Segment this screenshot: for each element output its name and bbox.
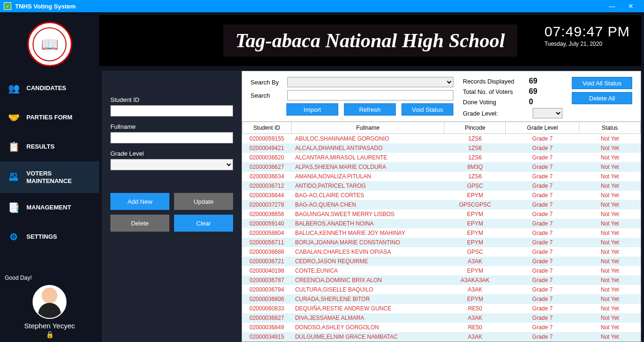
nav-management[interactable]: 📑 MANAGEMENT — [0, 193, 99, 222]
column-header[interactable]: Pincode — [444, 122, 506, 134]
table-cell: 02000036644 — [243, 191, 292, 200]
table-cell: CULTURA,GISELLE BAQUILO — [291, 285, 444, 294]
table-cell: BALUCA,KENNETH MARIE JOY MAHINAY — [291, 228, 444, 238]
clear-button[interactable]: Clear — [174, 215, 233, 232]
search-label: Search — [251, 92, 284, 99]
table-cell: A3AK — [444, 285, 506, 294]
add-new-button[interactable]: Add New — [110, 193, 169, 210]
fullname-input[interactable] — [110, 132, 233, 143]
table-row[interactable]: 02000036627ALPAS,SHEENA MARIE COLDURA8M3… — [243, 162, 641, 172]
table-cell: Not Yet — [579, 266, 641, 275]
student-id-input[interactable] — [110, 105, 233, 117]
table-cell: Not Yet — [579, 219, 641, 228]
table-cell: CEDRO,JASON REQUIRME — [291, 257, 444, 266]
table-cell: 02000059155 — [243, 134, 292, 144]
greeting: Good Day! — [5, 275, 94, 281]
table-cell: A3AKA3AK — [444, 275, 506, 285]
table-row[interactable]: 02000036656BAGUINGAN,SWEET MERRY LISBOSE… — [243, 209, 641, 219]
table-cell: 02000036627 — [243, 162, 292, 172]
close-button[interactable]: ✕ — [621, 2, 640, 10]
table-cell: ALPAS,SHEENA MARIE COLDURA — [291, 162, 444, 172]
table-row[interactable]: 02000036721CEDRO,JASON REQUIRMEA3AKGrade… — [243, 257, 641, 266]
table-cell: Not Yet — [579, 332, 641, 342]
nav-parties-form[interactable]: 🤝 PARTIES FORM — [0, 103, 99, 132]
table-cell: 02000036634 — [243, 172, 292, 181]
lock-icon[interactable]: 🔒 — [5, 331, 94, 338]
table-cell: EPYM — [444, 238, 506, 247]
table-cell: ANTIDO,PATRICEL TAROG — [291, 181, 444, 191]
table-row[interactable]: 02000040198CONTE,EUNICAEPYMGrade 7Not Ye… — [243, 266, 641, 275]
table-cell: EPYM — [444, 266, 506, 275]
column-header[interactable]: Status — [579, 122, 641, 134]
table-wrap[interactable]: Student IDFullnamePincodeGrade LevelStat… — [242, 121, 641, 342]
column-header[interactable]: Fullname — [291, 122, 444, 134]
search-input[interactable] — [287, 90, 453, 100]
table-row[interactable]: 02000036849DONOSO,ASHLEY GORGOLONRE50Gra… — [243, 323, 641, 332]
total-voters-label: Total No. of Voters — [463, 88, 529, 95]
table-cell: Not Yet — [579, 257, 641, 266]
table-row[interactable]: 02000056711BORJA,JOANNA MARIE CONSTANTIN… — [243, 238, 641, 247]
refresh-button[interactable]: Refresh — [344, 103, 396, 116]
table-row[interactable]: 02000036688CABALAN,CHARLES KEVIN OPIASAG… — [243, 247, 641, 257]
table-cell: Grade 7 — [506, 266, 579, 275]
nav-settings[interactable]: ⚙ SETTINGS — [0, 222, 99, 251]
table-cell: Not Yet — [579, 209, 641, 219]
void-all-status-button[interactable]: Void All Status — [572, 77, 632, 89]
titlebar: ✓ TNHS Voting System — ✕ — [0, 0, 644, 12]
grade-level-filter-select[interactable] — [533, 108, 562, 118]
void-status-button[interactable]: Void Status — [401, 103, 453, 116]
table-cell: Not Yet — [579, 134, 641, 144]
table-row[interactable]: 02000036712ANTIDO,PATRICEL TAROGGPSCGrad… — [243, 181, 641, 191]
delete-all-button[interactable]: Delete All — [572, 92, 632, 104]
table-row[interactable]: 02000059155ABULOC,SHANNAMAE GORGONIO1ZS6… — [243, 134, 641, 144]
table-cell: Grade 7 — [506, 294, 579, 304]
table-cell: Grade 7 — [506, 332, 579, 342]
update-button[interactable]: Update — [174, 193, 233, 210]
minimize-button[interactable]: — — [602, 2, 621, 10]
nav-voters-maintenance[interactable]: 🗳 VOTERSMAINTENANCE — [0, 161, 99, 193]
table-row[interactable]: 02000036806CURADA,SHERLENE BITOREPYMGrad… — [243, 294, 641, 304]
table-cell: 02000037278 — [243, 200, 292, 209]
table-cell: GPSC — [444, 247, 506, 257]
table-row[interactable]: 02000036787CREENCIA,DOMINIC BRIX ALONA3A… — [243, 275, 641, 285]
table-row[interactable]: 02000049421ALCALA,DHANNEL ANTIPASADO1ZS6… — [243, 143, 641, 153]
table-cell: ALCALA,DHANNEL ANTIPASADO — [291, 143, 444, 153]
table-cell: Grade 7 — [506, 172, 579, 181]
data-panel: Search By Search Import Refresh Void Sta… — [242, 71, 641, 342]
import-button[interactable]: Import — [286, 103, 338, 116]
app-title: TNHS Voting System — [15, 3, 75, 10]
column-header[interactable]: Grade Level — [506, 122, 579, 134]
table-row[interactable]: 02000037278BAG-AO,QUENA CHENGPSCGPSCGrad… — [243, 200, 641, 209]
table-cell: Not Yet — [579, 238, 641, 247]
column-header[interactable]: Student ID — [243, 122, 292, 134]
table-cell: 02000036806 — [243, 294, 292, 304]
table-cell: Grade 7 — [506, 143, 579, 153]
table-cell: GPSC — [444, 181, 506, 191]
nav-results[interactable]: 📋 RESULTS — [0, 132, 99, 161]
table-cell: Grade 7 — [506, 191, 579, 200]
delete-button[interactable]: Delete — [110, 215, 169, 232]
table-row[interactable]: 02000036794CULTURA,GISELLE BAQUILOA3AKGr… — [243, 285, 641, 294]
table-row[interactable]: 02000036827DIVA,JESSAMAE ALMARAA3AKGrade… — [243, 313, 641, 323]
table-cell: AMANIA,NOVALIZA PITULAN — [291, 172, 444, 181]
search-by-select[interactable] — [287, 77, 453, 87]
table-cell: Not Yet — [579, 162, 641, 172]
table-row[interactable]: 02000034915DULGUIME,ELNIM GRACE NAMBATAC… — [243, 332, 641, 342]
stats-block: Records Displayed69 Total No. of Voters6… — [458, 77, 567, 120]
table-cell: Not Yet — [579, 323, 641, 332]
table-row[interactable]: 02000036644BAG-AO,CLAIRE CORTESEPYMGrade… — [243, 191, 641, 200]
table-cell: 02000059140 — [243, 219, 292, 228]
table-cell: 02000036721 — [243, 257, 292, 266]
table-cell: GPSCGPSC — [444, 200, 506, 209]
table-row[interactable]: 02000058804BALUCA,KENNETH MARIE JOY MAHI… — [243, 228, 641, 238]
table-cell: Grade 7 — [506, 181, 579, 191]
nav-candidates[interactable]: 👥 CANDIDATES — [0, 74, 99, 103]
table-row[interactable]: 02000036634AMANIA,NOVALIZA PITULAN1ZS6Gr… — [243, 172, 641, 181]
table-row[interactable]: 02000059140BALBEROS,ANADETH NOINAEPYMGra… — [243, 219, 641, 228]
settings-icon: ⚙ — [8, 231, 20, 243]
table-cell: Not Yet — [579, 285, 641, 294]
grade-level-select[interactable] — [110, 159, 233, 170]
table-row[interactable]: 02000036620ALCANTARA,MIRASOL LAURENTE1ZS… — [243, 153, 641, 162]
table-cell: Grade 7 — [506, 313, 579, 323]
table-row[interactable]: 02000060833DEQUIÑA,RESTIE ANDREW GUNCERE… — [243, 304, 641, 313]
